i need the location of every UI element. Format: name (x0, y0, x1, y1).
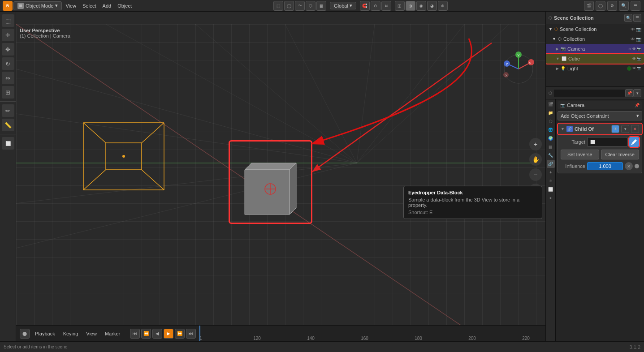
global-selector[interactable]: Global▾ (330, 2, 356, 9)
props-tab-scene[interactable]: 🌐 (547, 126, 555, 134)
circle-select-icon[interactable]: ◯ (284, 1, 294, 11)
child-of-visibility-btn[interactable]: 👁 (611, 125, 619, 133)
outliner-scene-collection[interactable]: ▼ ⬡ Scene Collection 👁 📷 (546, 24, 644, 34)
filter-icon[interactable]: ☰ (631, 1, 640, 11)
select-mode2-icon[interactable]: ▩ (316, 1, 326, 11)
light-status[interactable]: ● (627, 66, 631, 71)
viewport-overlay[interactable]: ⊕ (438, 1, 448, 11)
keying-menu[interactable]: Keying (61, 330, 81, 337)
timeline-scale[interactable]: 1 120 140 160 180 200 220 240 (199, 326, 562, 342)
zoom-out-btn[interactable]: − (529, 168, 542, 181)
viewport-shading-wire[interactable]: ◫ (395, 1, 405, 11)
viewport-shading-lpe[interactable]: ◉ (416, 1, 426, 11)
blender-icon[interactable]: B (3, 1, 13, 11)
select-menu[interactable]: Select (80, 2, 99, 9)
transform-tool-btn[interactable]: ⊞ (2, 86, 14, 99)
snap-icon[interactable]: 🧲 (360, 1, 370, 11)
selection-box-icon[interactable]: ⬚ (273, 1, 283, 11)
props-tab-constraints[interactable]: 🔗 (547, 160, 555, 168)
props-tab-object[interactable]: ▦ (547, 143, 555, 151)
influence-reset-btn[interactable]: ✕ (625, 162, 633, 170)
step-back-btn[interactable]: ⏪ (141, 329, 151, 339)
props-tab-physics[interactable]: ⚛ (547, 177, 555, 185)
outliner-filter-btn[interactable]: ☰ (633, 14, 641, 22)
outliner-item-light[interactable]: ▶ 💡 Light ● 👁 📷 (546, 64, 644, 73)
play-reverse-btn[interactable]: ◀ (152, 329, 162, 339)
light-cam-icon[interactable]: 📷 (637, 66, 641, 71)
proportional-icon[interactable]: ⊙ (371, 1, 380, 11)
child-of-dropdown-btn[interactable]: ▾ (621, 125, 629, 133)
props-tab-render[interactable]: 🎬 (547, 100, 555, 108)
outliner-item-camera[interactable]: ▶ 📷 Camera ⊕ 👁 📷 (546, 44, 644, 54)
topbar-icon3[interactable]: ⚙ (607, 1, 617, 11)
view-menu[interactable]: View (63, 2, 79, 9)
props-tab-world[interactable]: 🌍 (547, 134, 555, 142)
playback-mode-icon[interactable]: ⬤ (20, 329, 30, 339)
props-pin-btn[interactable]: 📌 (625, 89, 633, 97)
measure-tool-btn[interactable]: 📏 (2, 119, 14, 131)
camera-eye-icon[interactable]: 👁 (632, 47, 636, 51)
render-engine-icon[interactable]: ◯ (596, 1, 605, 11)
props-tab-material[interactable]: ● (547, 194, 555, 202)
play-btn[interactable]: ▶ (164, 329, 173, 339)
outliner-collection[interactable]: ▼ ⬡ Collection 👁 📷 (546, 34, 644, 44)
set-inverse-btn[interactable]: Set Inverse (561, 150, 599, 159)
viewport-shading-solid[interactable]: ◑ (406, 1, 415, 11)
select-tool-btn[interactable]: ⬚ (2, 14, 14, 27)
eyedropper-btn[interactable] (629, 137, 639, 147)
scene-icon[interactable]: 🎬 (584, 1, 594, 11)
viewport[interactable]: User Perspective (1) Collection | Camera… (16, 24, 545, 325)
rotate-tool-btn[interactable]: ↻ (2, 57, 14, 70)
search-icon[interactable]: 🔍 (619, 1, 629, 11)
props-tab-output[interactable]: 📁 (547, 109, 555, 117)
cube-eye-icon[interactable]: 👁 (632, 57, 636, 61)
lasso-icon[interactable]: 〜 (295, 1, 305, 11)
props-tab-particles[interactable]: ✦ (547, 168, 555, 176)
props-tab-modifiers[interactable]: 🔧 (547, 151, 555, 159)
skip-to-end-btn[interactable]: ⏭ (186, 329, 196, 339)
timeline-view-menu[interactable]: View (83, 330, 99, 337)
axis-gizmo[interactable]: X Y Z -X (501, 51, 536, 87)
move-tool-btn[interactable]: ✥ (2, 43, 14, 56)
props-tab-view-layer[interactable]: ⬡ (547, 117, 555, 125)
select-mode-icon[interactable]: ⬡ (306, 1, 316, 11)
collection-eye-icon[interactable]: 👁 (631, 37, 635, 42)
mode-selector[interactable]: ▦ Object Mode ▾ (13, 1, 62, 10)
collection-cam-icon[interactable]: 📷 (636, 37, 641, 42)
camera-restrict-icon[interactable]: 📷 (636, 27, 641, 32)
child-of-remove-btn[interactable]: ✕ (631, 125, 639, 133)
target-input[interactable]: ⬜ (587, 137, 627, 147)
cursor-tool-btn[interactable]: ✛ (2, 29, 14, 41)
step-fwd-btn[interactable]: ⏩ (175, 329, 185, 339)
add-constraint-btn[interactable]: Add Object Constraint ▾ (558, 111, 642, 120)
eye-icon[interactable]: 👁 (631, 27, 635, 32)
cube-cam-icon[interactable]: 📷 (637, 57, 641, 61)
pan-btn[interactable]: ✋ (529, 153, 542, 166)
camera-header-pin[interactable]: 📌 (635, 103, 640, 107)
add-menu[interactable]: Add (100, 2, 114, 9)
zoom-in-btn[interactable]: + (529, 138, 542, 150)
outliner-item-cube[interactable]: ▼ ⬜ Cube 👁 📷 (546, 54, 644, 64)
outliner-search-btn[interactable]: 🔍 (624, 14, 632, 22)
marker-menu[interactable]: Marker (102, 330, 123, 337)
object-menu[interactable]: Object (115, 2, 134, 9)
top-center: ⬚ ◯ 〜 ⬡ ▩ Global▾ 🧲 ⊙ ≋ ◫ ◑ ◉ ◕ ⊕ (137, 1, 584, 11)
clear-inverse-btn[interactable]: Clear Inverse (601, 150, 640, 159)
camera-ctrl1[interactable]: ⊕ (628, 47, 631, 51)
skip-to-start-btn[interactable]: ⏮ (130, 329, 140, 339)
annotate-tool-btn[interactable]: ✏ (2, 104, 14, 117)
influence-keyframe-dot[interactable] (635, 164, 639, 168)
extras-icon[interactable]: ≋ (381, 1, 391, 11)
scale-tool-btn[interactable]: ⇔ (2, 72, 14, 84)
timeline-markers: 1 120 140 160 180 200 220 240 (199, 335, 562, 342)
props-expand-btn[interactable]: ▾ (633, 89, 641, 97)
playback-menu[interactable]: Playback (32, 330, 58, 337)
viewport-shading-render[interactable]: ◕ (427, 1, 437, 11)
add-cube-btn[interactable]: ⬜ (2, 137, 14, 150)
light-eye-icon[interactable]: 👁 (632, 66, 636, 71)
props-tab-data[interactable]: ⬜ (547, 185, 555, 193)
influence-input[interactable]: 1.000 (587, 162, 623, 170)
props-search-input[interactable] (554, 90, 625, 97)
svg-text:X: X (528, 61, 531, 65)
camera-render-icon[interactable]: 📷 (637, 47, 641, 51)
